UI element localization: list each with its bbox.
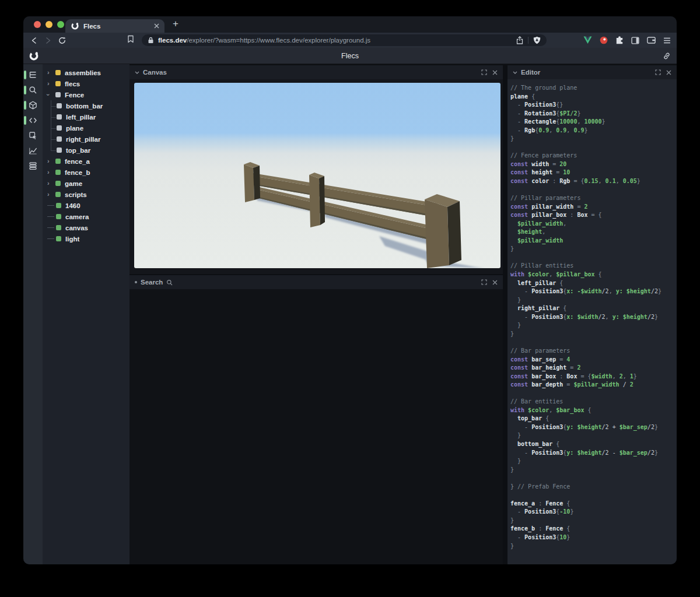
tree-item-Fence[interactable]: ›Fence	[43, 89, 130, 100]
code-line: // Pillar parameters	[510, 195, 677, 203]
entity-color-square	[57, 114, 62, 120]
tree-item-fence_b[interactable]: ›fence_b	[43, 167, 130, 178]
tree-item-right_pillar[interactable]: right_pillar	[43, 134, 130, 145]
tree-item-camera[interactable]: camera	[43, 211, 130, 222]
close-icon[interactable]	[492, 280, 498, 285]
code-line: const color : Rgb = {0.15, 0.1, 0.05}	[510, 178, 677, 187]
share-link-icon[interactable]	[663, 52, 671, 62]
code-line: fence_b : Fence {	[510, 525, 677, 534]
new-tab-button[interactable]: +	[173, 18, 178, 30]
sidebar-editor-button[interactable]	[23, 116, 43, 125]
vue-extension-icon[interactable]	[583, 36, 592, 44]
chevron-down-icon[interactable]	[135, 71, 139, 74]
tree-item-scripts[interactable]: ›scripts	[43, 189, 130, 200]
tree-item-left_pillar[interactable]: left_pillar	[43, 111, 130, 122]
code-line: const pillar_width = 2	[510, 203, 677, 212]
tree-item-bottom_bar[interactable]: bottom_bar	[43, 100, 130, 111]
fullscreen-icon[interactable]	[481, 279, 487, 285]
code-line: $pillar_width,	[510, 220, 677, 229]
code-area[interactable]: // The ground planeplane { - Position3{}…	[508, 79, 677, 564]
panel-dot-icon	[135, 281, 137, 283]
menu-icon[interactable]	[663, 37, 671, 44]
reload-button[interactable]	[55, 37, 69, 44]
tree-item-canvas[interactable]: canvas	[43, 222, 130, 233]
code-line: }	[510, 432, 677, 441]
tree-item-label: flecs	[65, 80, 80, 87]
code-line	[510, 390, 677, 399]
minimize-window-button[interactable]	[46, 21, 52, 28]
tree-item-1460[interactable]: 1460	[43, 200, 130, 211]
expander-collapsed-icon[interactable]: ›	[47, 80, 55, 87]
leaf-dash	[47, 227, 54, 228]
tab-close-icon[interactable]	[154, 23, 159, 29]
search-results-area[interactable]	[130, 289, 503, 564]
fullscreen-icon[interactable]	[655, 69, 661, 75]
code-line	[510, 491, 677, 500]
expander-collapsed-icon[interactable]: ›	[47, 169, 55, 175]
tree-item-top_bar[interactable]: top_bar	[43, 145, 130, 156]
sidebar-stats-button[interactable]	[23, 146, 43, 155]
tree-item-label: fence_b	[65, 169, 90, 176]
3d-viewport[interactable]	[134, 83, 501, 268]
sidebar-data-button[interactable]	[23, 161, 43, 170]
entity-color-square	[57, 125, 62, 131]
extensions-puzzle-icon[interactable]	[615, 36, 624, 44]
tree-item-assemblies[interactable]: ›assemblies	[43, 67, 130, 78]
tree-item-light[interactable]: light	[43, 233, 130, 244]
expander-expanded-icon[interactable]: ›	[47, 92, 55, 98]
close-window-button[interactable]	[34, 21, 41, 28]
code-line: - Position3{y: $height/2 + $bar_sep/2}	[510, 424, 677, 433]
red-extension-icon[interactable]	[600, 36, 608, 44]
expander-collapsed-icon[interactable]: ›	[47, 180, 55, 187]
code-line: }	[510, 331, 677, 339]
sidebar-search-button[interactable]	[23, 86, 43, 94]
code-line: - Rgb{0.9, 0.9, 0.9}	[510, 127, 677, 136]
forward-button[interactable]	[41, 37, 55, 44]
sidebar-inspect-button[interactable]	[23, 131, 43, 140]
code-line: } // Prefab Fence	[510, 483, 677, 492]
chevron-down-icon[interactable]	[513, 71, 517, 74]
code-line: const width = 20	[510, 161, 677, 170]
code-line: }	[510, 297, 677, 305]
active-indicator	[24, 71, 26, 79]
expander-collapsed-icon[interactable]: ›	[47, 191, 55, 198]
wallet-icon[interactable]	[647, 37, 656, 44]
page-title: Flecs	[23, 48, 677, 64]
zoom-window-button[interactable]	[57, 21, 64, 28]
expander-collapsed-icon[interactable]: ›	[47, 69, 55, 76]
code-line: }	[510, 543, 677, 552]
code-line	[510, 339, 677, 347]
close-icon[interactable]	[492, 70, 498, 75]
bookmark-button[interactable]	[127, 35, 134, 45]
url-bar[interactable]: flecs.dev/explorer/?wasm=https://www.fle…	[142, 34, 547, 46]
fullscreen-icon[interactable]	[481, 69, 487, 75]
code-line: with $color, $pillar_box {	[510, 271, 677, 280]
tree-item-plane[interactable]: plane	[43, 122, 130, 134]
tree-item-label: assemblies	[65, 69, 101, 76]
tree-connector	[47, 122, 57, 134]
sidebar-entity-tree-button[interactable]	[23, 71, 43, 79]
tree-item-flecs[interactable]: ›flecs	[43, 78, 130, 89]
back-button[interactable]	[27, 37, 41, 44]
close-icon[interactable]	[666, 70, 671, 75]
tree-connector	[47, 134, 57, 145]
brave-shield-icon[interactable]	[533, 36, 541, 44]
lock-icon	[148, 37, 154, 44]
tree-item-fence_a[interactable]: ›fence_a	[43, 156, 130, 167]
sidebar-icon[interactable]	[631, 37, 639, 44]
code-icon	[29, 116, 37, 125]
tree-item-label: scripts	[65, 191, 87, 198]
leaf-dash	[47, 216, 54, 217]
sidebar-scene-button[interactable]	[23, 101, 43, 110]
code-line: }	[510, 245, 677, 254]
entity-color-square	[57, 148, 62, 153]
browser-tab[interactable]: Flecs	[65, 19, 164, 33]
share-icon[interactable]	[516, 36, 523, 44]
code-line: }	[510, 517, 677, 526]
app-header: Flecs	[23, 48, 677, 64]
code-line: }	[510, 135, 677, 144]
entity-color-square	[55, 170, 61, 175]
tree-item-game[interactable]: ›game	[43, 178, 130, 189]
expander-collapsed-icon[interactable]: ›	[47, 158, 55, 164]
code-line: left_pillar {	[510, 280, 677, 289]
